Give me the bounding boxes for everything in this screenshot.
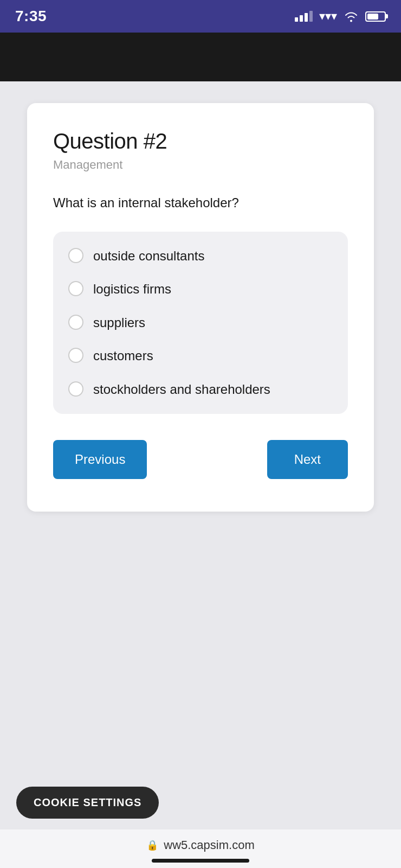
browser-bar: 🔒 ww5.capsim.com xyxy=(0,829,401,868)
cookie-settings-button[interactable]: COOKIE SETTINGS xyxy=(16,787,159,819)
radio-stockholders[interactable] xyxy=(68,381,83,397)
cookie-settings-bar: COOKIE SETTINGS xyxy=(0,770,401,829)
wifi-icon: ▾▾▾ xyxy=(319,9,337,23)
status-time: 7:35 xyxy=(15,8,47,25)
question-category: Management xyxy=(53,158,348,172)
option-stockholders[interactable]: stockholders and shareholders xyxy=(68,380,333,399)
question-card: Question #2 Management What is an intern… xyxy=(27,103,374,512)
previous-button[interactable]: Previous xyxy=(53,440,147,479)
option-label-customers: customers xyxy=(93,347,153,365)
wifi-icon xyxy=(344,10,359,22)
option-label-logistics-firms: logistics firms xyxy=(93,280,171,298)
option-outside-consultants[interactable]: outside consultants xyxy=(68,247,333,265)
question-text: What is an internal stakeholder? xyxy=(53,194,348,212)
question-number: Question #2 xyxy=(53,129,348,154)
radio-suppliers[interactable] xyxy=(68,315,83,330)
option-label-outside-consultants: outside consultants xyxy=(93,247,204,265)
signal-icon xyxy=(295,11,313,22)
main-content: Question #2 Management What is an intern… xyxy=(0,81,401,770)
nav-buttons: Previous Next xyxy=(53,440,348,479)
status-icons: ▾▾▾ xyxy=(295,9,386,23)
dark-header-bar xyxy=(0,33,401,81)
radio-logistics-firms[interactable] xyxy=(68,281,83,296)
option-label-stockholders: stockholders and shareholders xyxy=(93,380,270,399)
option-label-suppliers: suppliers xyxy=(93,314,145,332)
battery-icon xyxy=(365,11,386,22)
option-customers[interactable]: customers xyxy=(68,347,333,365)
home-indicator xyxy=(152,859,249,863)
status-bar: 7:35 ▾▾▾ xyxy=(0,0,401,33)
options-container: outside consultants logistics firms supp… xyxy=(53,232,348,414)
radio-customers[interactable] xyxy=(68,348,83,363)
option-suppliers[interactable]: suppliers xyxy=(68,314,333,332)
next-button[interactable]: Next xyxy=(267,440,348,479)
radio-outside-consultants[interactable] xyxy=(68,248,83,263)
option-logistics-firms[interactable]: logistics firms xyxy=(68,280,333,298)
lock-icon: 🔒 xyxy=(146,839,158,851)
browser-url: 🔒 ww5.capsim.com xyxy=(146,838,254,852)
url-text: ww5.capsim.com xyxy=(164,838,254,852)
